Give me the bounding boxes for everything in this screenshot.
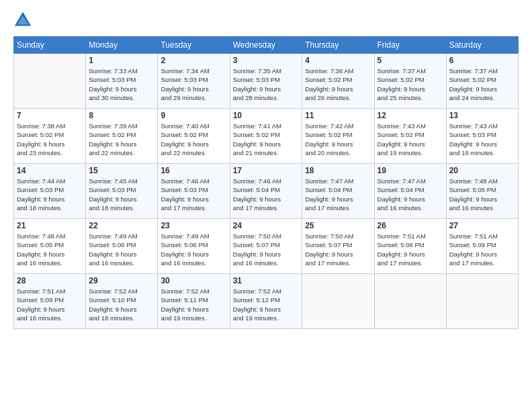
day-info: Sunrise: 7:37 AMSunset: 5:02 PMDaylight:…	[378, 66, 443, 102]
day-number: 28	[17, 276, 83, 285]
calendar-cell: 17Sunrise: 7:46 AMSunset: 5:04 PMDayligh…	[230, 164, 302, 219]
logo-icon	[13, 11, 32, 30]
calendar-week-row: 7Sunrise: 7:38 AMSunset: 5:02 PMDaylight…	[14, 109, 519, 164]
calendar-cell: 11Sunrise: 7:42 AMSunset: 5:02 PMDayligh…	[302, 109, 374, 164]
day-number: 20	[449, 166, 515, 175]
day-info: Sunrise: 7:52 AMSunset: 5:11 PMDaylight:…	[161, 287, 226, 322]
calendar-cell: 1Sunrise: 7:33 AMSunset: 5:03 PMDaylight…	[86, 54, 158, 109]
day-info: Sunrise: 7:45 AMSunset: 5:03 PMDaylight:…	[89, 177, 154, 212]
day-info: Sunrise: 7:39 AMSunset: 5:02 PMDaylight:…	[89, 122, 154, 157]
day-info: Sunrise: 7:41 AMSunset: 5:02 PMDaylight:…	[233, 122, 300, 157]
day-number: 10	[233, 111, 300, 120]
calendar-cell: 18Sunrise: 7:47 AMSunset: 5:04 PMDayligh…	[302, 164, 374, 219]
day-number: 8	[89, 111, 154, 120]
day-number: 31	[233, 276, 300, 285]
calendar-cell: 31Sunrise: 7:52 AMSunset: 5:12 PMDayligh…	[230, 274, 302, 329]
day-number: 16	[161, 166, 226, 175]
day-info: Sunrise: 7:49 AMSunset: 5:06 PMDaylight:…	[89, 232, 154, 267]
day-info: Sunrise: 7:33 AMSunset: 5:03 PMDaylight:…	[89, 66, 154, 102]
day-info: Sunrise: 7:50 AMSunset: 5:07 PMDaylight:…	[233, 232, 300, 267]
logo	[13, 11, 34, 30]
day-number: 21	[17, 221, 83, 230]
day-number: 17	[233, 166, 300, 175]
calendar-week-row: 21Sunrise: 7:48 AMSunset: 5:05 PMDayligh…	[14, 219, 519, 274]
day-number: 27	[449, 221, 515, 230]
calendar-cell: 10Sunrise: 7:41 AMSunset: 5:02 PMDayligh…	[230, 109, 302, 164]
header	[13, 11, 519, 30]
day-number: 24	[233, 221, 300, 230]
day-info: Sunrise: 7:37 AMSunset: 5:02 PMDaylight:…	[449, 66, 515, 102]
calendar-cell: 19Sunrise: 7:47 AMSunset: 5:04 PMDayligh…	[374, 164, 446, 219]
day-info: Sunrise: 7:42 AMSunset: 5:02 PMDaylight:…	[305, 122, 371, 157]
day-info: Sunrise: 7:40 AMSunset: 5:02 PMDaylight:…	[161, 122, 226, 157]
day-number: 3	[233, 56, 300, 65]
day-number: 18	[305, 166, 371, 175]
day-info: Sunrise: 7:50 AMSunset: 5:07 PMDaylight:…	[305, 232, 371, 267]
calendar-week-row: 28Sunrise: 7:51 AMSunset: 5:09 PMDayligh…	[14, 274, 519, 329]
day-info: Sunrise: 7:48 AMSunset: 5:05 PMDaylight:…	[449, 177, 515, 212]
calendar-cell: 3Sunrise: 7:35 AMSunset: 5:03 PMDaylight…	[230, 54, 302, 109]
day-info: Sunrise: 7:49 AMSunset: 5:06 PMDaylight:…	[161, 232, 226, 267]
day-number: 25	[305, 221, 371, 230]
calendar-cell	[14, 54, 86, 109]
day-number: 22	[89, 221, 154, 230]
day-info: Sunrise: 7:48 AMSunset: 5:05 PMDaylight:…	[17, 232, 83, 267]
weekday-header: Friday	[374, 37, 446, 54]
weekday-header: Monday	[86, 37, 158, 54]
calendar-cell	[374, 274, 446, 329]
calendar-cell: 13Sunrise: 7:43 AMSunset: 5:03 PMDayligh…	[446, 109, 518, 164]
day-number: 15	[89, 166, 154, 175]
calendar-cell: 2Sunrise: 7:34 AMSunset: 5:03 PMDaylight…	[158, 54, 230, 109]
day-number: 13	[449, 111, 515, 120]
day-number: 29	[89, 276, 154, 285]
day-info: Sunrise: 7:43 AMSunset: 5:02 PMDaylight:…	[378, 122, 443, 157]
weekday-header: Saturday	[446, 37, 518, 54]
calendar-cell: 23Sunrise: 7:49 AMSunset: 5:06 PMDayligh…	[158, 219, 230, 274]
day-info: Sunrise: 7:47 AMSunset: 5:04 PMDaylight:…	[305, 177, 371, 212]
calendar-cell	[302, 274, 374, 329]
calendar-cell: 8Sunrise: 7:39 AMSunset: 5:02 PMDaylight…	[86, 109, 158, 164]
day-number: 9	[161, 111, 226, 120]
calendar-cell: 15Sunrise: 7:45 AMSunset: 5:03 PMDayligh…	[86, 164, 158, 219]
calendar-cell: 5Sunrise: 7:37 AMSunset: 5:02 PMDaylight…	[374, 54, 446, 109]
day-info: Sunrise: 7:51 AMSunset: 5:09 PMDaylight:…	[449, 232, 515, 267]
weekday-header: Wednesday	[230, 37, 302, 54]
day-number: 6	[449, 56, 515, 65]
weekday-header: Thursday	[302, 37, 374, 54]
calendar-cell: 22Sunrise: 7:49 AMSunset: 5:06 PMDayligh…	[86, 219, 158, 274]
day-info: Sunrise: 7:51 AMSunset: 5:09 PMDaylight:…	[17, 287, 83, 322]
calendar-cell: 20Sunrise: 7:48 AMSunset: 5:05 PMDayligh…	[446, 164, 518, 219]
day-number: 2	[161, 56, 226, 65]
calendar-cell	[446, 274, 518, 329]
calendar-cell: 9Sunrise: 7:40 AMSunset: 5:02 PMDaylight…	[158, 109, 230, 164]
calendar-cell: 25Sunrise: 7:50 AMSunset: 5:07 PMDayligh…	[302, 219, 374, 274]
calendar-cell: 7Sunrise: 7:38 AMSunset: 5:02 PMDaylight…	[14, 109, 86, 164]
day-info: Sunrise: 7:46 AMSunset: 5:04 PMDaylight:…	[233, 177, 300, 212]
day-number: 7	[17, 111, 83, 120]
calendar-cell: 21Sunrise: 7:48 AMSunset: 5:05 PMDayligh…	[14, 219, 86, 274]
day-info: Sunrise: 7:38 AMSunset: 5:02 PMDaylight:…	[17, 122, 83, 157]
day-number: 4	[305, 56, 371, 65]
day-number: 12	[378, 111, 443, 120]
calendar-cell: 24Sunrise: 7:50 AMSunset: 5:07 PMDayligh…	[230, 219, 302, 274]
calendar-table: SundayMondayTuesdayWednesdayThursdayFrid…	[13, 36, 519, 329]
day-number: 19	[378, 166, 443, 175]
day-info: Sunrise: 7:35 AMSunset: 5:03 PMDaylight:…	[233, 66, 300, 102]
calendar-week-row: 1Sunrise: 7:33 AMSunset: 5:03 PMDaylight…	[14, 54, 519, 109]
calendar-cell: 6Sunrise: 7:37 AMSunset: 5:02 PMDaylight…	[446, 54, 518, 109]
day-number: 1	[89, 56, 154, 65]
day-info: Sunrise: 7:43 AMSunset: 5:03 PMDaylight:…	[449, 122, 515, 157]
calendar-cell: 27Sunrise: 7:51 AMSunset: 5:09 PMDayligh…	[446, 219, 518, 274]
day-info: Sunrise: 7:52 AMSunset: 5:10 PMDaylight:…	[89, 287, 154, 322]
calendar-cell: 28Sunrise: 7:51 AMSunset: 5:09 PMDayligh…	[14, 274, 86, 329]
calendar-cell: 12Sunrise: 7:43 AMSunset: 5:02 PMDayligh…	[374, 109, 446, 164]
calendar-cell: 30Sunrise: 7:52 AMSunset: 5:11 PMDayligh…	[158, 274, 230, 329]
day-number: 11	[305, 111, 371, 120]
calendar-cell: 29Sunrise: 7:52 AMSunset: 5:10 PMDayligh…	[86, 274, 158, 329]
day-info: Sunrise: 7:44 AMSunset: 5:03 PMDaylight:…	[17, 177, 83, 212]
day-info: Sunrise: 7:34 AMSunset: 5:03 PMDaylight:…	[161, 66, 226, 102]
day-info: Sunrise: 7:51 AMSunset: 5:08 PMDaylight:…	[378, 232, 443, 267]
day-info: Sunrise: 7:47 AMSunset: 5:04 PMDaylight:…	[378, 177, 443, 212]
calendar-week-row: 14Sunrise: 7:44 AMSunset: 5:03 PMDayligh…	[14, 164, 519, 219]
day-info: Sunrise: 7:52 AMSunset: 5:12 PMDaylight:…	[233, 287, 300, 322]
